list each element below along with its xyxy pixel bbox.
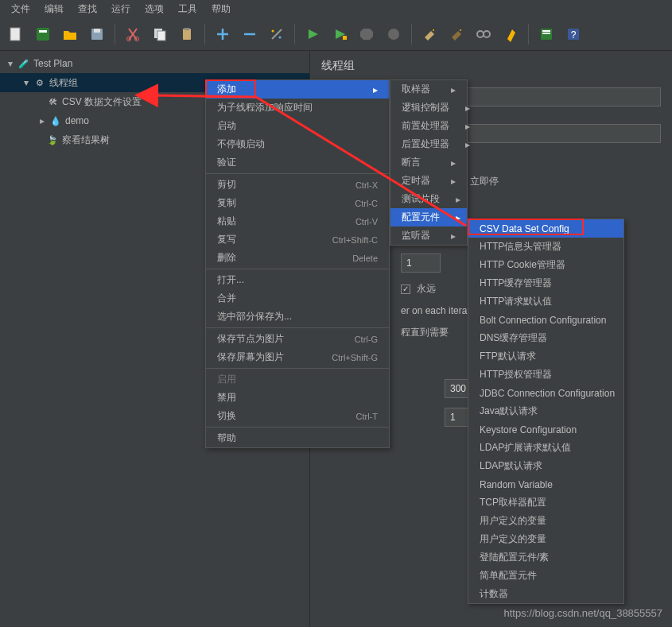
cfg-bolt-conn[interactable]: Bolt Connection Configuration [468,311,623,329]
mi-duplicate[interactable]: 复写Ctrl+Shift-C [206,230,389,249]
minus-icon[interactable] [240,25,259,44]
mi-copy[interactable]: 复制Ctrl-C [206,194,389,212]
tree-label: 察看结果树 [62,134,110,147]
cfg-ldap-defaults[interactable]: LDAP默认请求 [468,457,623,475]
cfg-simple-config[interactable]: 简单配置元件 [468,567,623,585]
cfg-random-variable[interactable]: Random Variable [468,475,623,493]
cfg-java-defaults[interactable]: Java默认请求 [468,402,623,420]
mi-help[interactable]: 帮助 [206,429,389,447]
plus-icon[interactable] [213,25,232,44]
svg-point-12 [279,36,282,38]
mi-save-selection[interactable]: 选中部分保存为... [206,308,389,326]
svg-rect-13 [343,36,347,40]
paste-icon[interactable] [177,25,196,44]
dropper-icon: 💧 [49,114,62,127]
mi-open[interactable]: 打开... [206,271,389,289]
search-icon[interactable] [474,25,493,44]
svg-rect-0 [10,28,20,41]
smi-pre-processor[interactable]: 前置处理器▸ [390,117,467,135]
mi-add-resp-time[interactable]: 为子线程添加响应时间 [206,99,389,117]
smi-test-fragment[interactable]: 测试片段▸ [390,190,467,208]
menu-file[interactable]: 文件 [5,1,37,17]
mi-start-no-pause[interactable]: 不停顿启动 [206,135,389,153]
svg-point-15 [388,29,399,40]
open-icon[interactable] [60,25,80,44]
smi-listener[interactable]: 监听器▸ [390,226,467,245]
cfg-csv-data-set[interactable]: CSV Data Set Config [468,219,623,238]
mi-cut[interactable]: 剪切Ctrl-X [206,176,389,194]
mi-start[interactable]: 启动 [206,117,389,135]
need-label: 程直到需要 [401,326,449,339]
reset-search-icon[interactable] [501,25,520,44]
add-submenu: 取样器▸ 逻辑控制器▸ 前置处理器▸ 后置处理器▸ 断言▸ 定时器▸ 测试片段▸… [390,79,468,246]
menu-edit[interactable]: 编辑 [38,1,70,17]
menu-options[interactable]: 选项 [138,1,170,17]
cfg-login-config[interactable]: 登陆配置元件/素 [468,548,623,567]
smi-post-processor[interactable]: 后置处理器▸ [390,135,467,153]
copy-icon[interactable] [150,25,169,44]
smi-logic-controller[interactable]: 逻辑控制器▸ [390,99,467,117]
help-icon[interactable]: ? [564,25,583,44]
mi-delete[interactable]: 删除Delete [206,249,389,267]
threads-input[interactable] [401,254,441,273]
context-menu: 添加▸ 为子线程添加响应时间 启动 不停顿启动 验证 剪切Ctrl-X 复制Ct… [205,79,390,448]
cfg-dns-cache-mgr[interactable]: DNS缓存管理器 [468,329,623,347]
clear-all-icon[interactable] [447,25,466,44]
mi-toggle[interactable]: 切换Ctrl-T [206,407,389,425]
run-icon[interactable] [303,25,322,44]
svg-marker-14 [360,29,373,40]
svg-rect-22 [542,33,550,34]
cfg-http-cache-mgr[interactable]: HTTP缓存管理器 [468,274,623,292]
cfg-tcp-sampler[interactable]: TCP取样器配置 [468,493,623,512]
svg-rect-4 [94,29,100,33]
config-element-submenu: CSV Data Set Config HTTP信息头管理器 HTTP Cook… [468,219,624,604]
smi-config-element[interactable]: 配置元件▸ [390,208,467,226]
menu-find[interactable]: 查找 [72,1,103,17]
cfg-user-vars-2[interactable]: 用户定义的变量 [468,530,623,548]
wand-icon[interactable] [267,25,286,44]
new-file-icon[interactable] [6,25,25,44]
cfg-http-auth-mgr[interactable]: HTTP授权管理器 [468,366,623,384]
cfg-jdbc-conn[interactable]: JDBC Connection Configuration [468,384,623,402]
smi-assertion[interactable]: 断言▸ [390,153,467,172]
menu-run[interactable]: 运行 [105,1,137,17]
svg-rect-8 [157,31,165,41]
svg-point-17 [460,29,461,31]
mi-verify[interactable]: 验证 [206,153,389,172]
stop-icon[interactable] [357,25,376,44]
cut-icon[interactable] [123,25,142,44]
menu-tools[interactable]: 工具 [172,1,204,17]
menubar: 文件 编辑 查找 运行 选项 工具 帮助 [0,0,672,17]
templates-icon[interactable] [33,25,52,44]
cfg-http-cookie-mgr[interactable]: HTTP Cookie管理器 [468,256,623,274]
svg-rect-21 [542,30,550,32]
cfg-ldap-ext-defaults[interactable]: LDAP扩展请求默认值 [468,439,623,457]
run-now-icon[interactable] [330,25,349,44]
shutdown-icon[interactable] [384,25,403,44]
tree-root[interactable]: ▾ 🧪 Test Plan [0,54,309,73]
mi-paste[interactable]: 粘贴Ctrl-V [206,212,389,230]
save-icon[interactable] [87,25,107,44]
forever-checkbox[interactable]: ✓ [401,284,410,294]
cfg-user-vars-1[interactable]: 用户定义的变量 [468,512,623,530]
cfg-http-header-mgr[interactable]: HTTP信息头管理器 [468,238,623,256]
mi-save-node-img[interactable]: 保存节点为图片Ctrl-G [206,330,389,348]
mi-merge[interactable]: 合并 [206,289,389,308]
func-helper-icon[interactable] [537,25,556,44]
mi-add[interactable]: 添加▸ [206,80,389,99]
cfg-ftp-defaults[interactable]: FTP默认请求 [468,347,623,366]
cfg-http-req-defaults[interactable]: HTTP请求默认值 [468,292,623,311]
svg-text:?: ? [571,29,577,41]
cfg-counter[interactable]: 计数器 [468,585,623,603]
menu-help[interactable]: 帮助 [205,1,237,17]
svg-rect-1 [37,28,49,41]
smi-sampler[interactable]: 取样器▸ [390,80,467,99]
clear-icon[interactable] [420,25,439,44]
cfg-keystore[interactable]: Keystore Configuration [468,420,623,439]
mi-enable: 启用 [206,370,389,389]
smi-timer[interactable]: 定时器▸ [390,172,467,190]
mi-disable[interactable]: 禁用 [206,389,389,407]
mi-save-screen-img[interactable]: 保存屏幕为图片Ctrl+Shift-G [206,348,389,366]
tree-label: Test Plan [33,58,72,69]
leaf-icon: 🍃 [46,134,59,146]
